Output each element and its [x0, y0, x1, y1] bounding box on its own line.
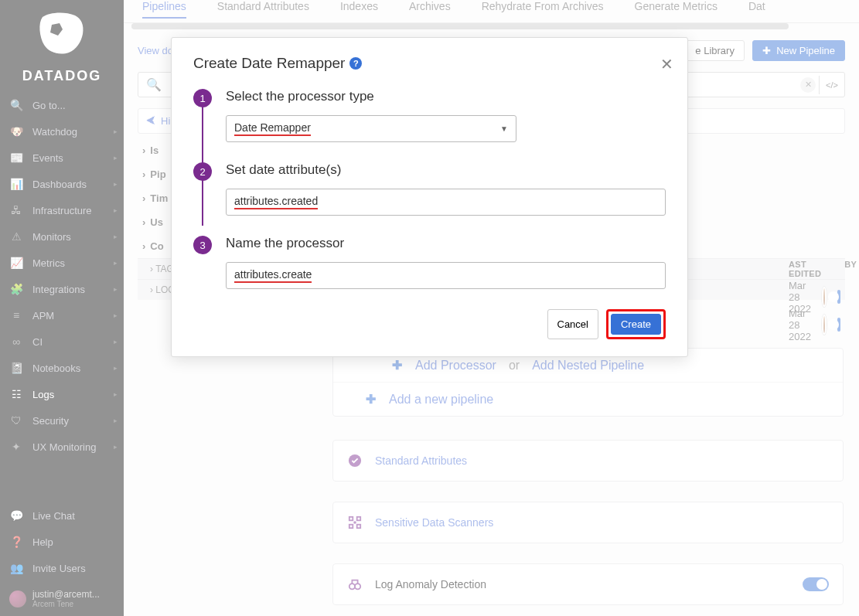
close-icon[interactable]: ✕: [660, 55, 673, 73]
step1-title: Select the processor type: [226, 89, 666, 104]
create-button[interactable]: Create: [611, 314, 661, 335]
step-badge-1: 1: [193, 89, 212, 107]
cancel-button[interactable]: Cancel: [547, 309, 598, 339]
modal-title: Create Date Remapper ?: [193, 55, 666, 72]
processor-name-input[interactable]: attributes.create: [226, 262, 666, 289]
create-highlight: Create: [606, 309, 666, 339]
create-remapper-modal: Create Date Remapper ? ✕ 1 Select the pr…: [171, 37, 688, 357]
step-badge-3: 3: [193, 236, 212, 254]
step3-title: Name the processor: [226, 236, 666, 251]
help-icon[interactable]: ?: [349, 57, 362, 70]
step-badge-2: 2: [193, 162, 212, 181]
chevron-down-icon: ▼: [500, 124, 508, 133]
date-attributes-input[interactable]: attributes.created: [226, 189, 666, 216]
step2-title: Set date attribute(s): [226, 162, 666, 178]
processor-type-select[interactable]: Date Remapper ▼: [226, 115, 516, 142]
